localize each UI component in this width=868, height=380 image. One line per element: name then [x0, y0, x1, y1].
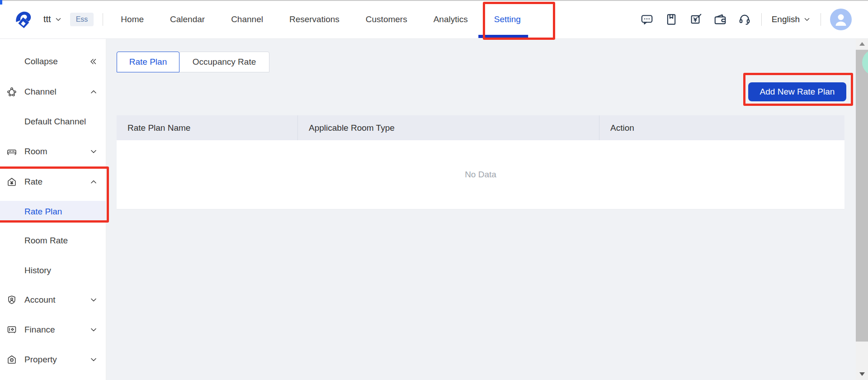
finance-safe-icon [6, 324, 17, 335]
top-navigation-bar: ttt Ess Home Calendar Channel Reservatio… [0, 0, 868, 39]
sidebar-room-rate-label: Room Rate [24, 236, 68, 246]
sidebar-account-label: Account [24, 295, 56, 305]
nav-item-setting[interactable]: Setting [481, 0, 534, 38]
scroll-down-arrow-icon [859, 372, 865, 376]
divider [821, 13, 821, 26]
table-header-row: Rate Plan Name Applicable Room Type Acti… [117, 115, 844, 140]
user-avatar[interactable] [830, 9, 852, 30]
person-icon [830, 9, 852, 30]
chevron-down-icon [55, 16, 62, 23]
rate-house-yen-icon [6, 176, 17, 187]
tab-rate-plan[interactable]: Rate Plan [117, 52, 179, 72]
sidebar-item-rate[interactable]: Rate [0, 172, 106, 192]
sidebar-item-room-rate[interactable]: Room Rate [0, 231, 106, 251]
sidebar-finance-label: Finance [24, 325, 55, 335]
add-new-rate-plan-button[interactable]: Add New Rate Plan [748, 82, 846, 101]
sidebar-default-channel-label: Default Channel [24, 117, 86, 127]
vertical-scrollbar[interactable] [856, 39, 868, 380]
plan-badge: Ess [70, 13, 94, 26]
account-shield-icon [6, 294, 17, 305]
nav-item-reservations[interactable]: Reservations [276, 0, 353, 38]
column-header-rate-plan-name: Rate Plan Name [117, 115, 297, 140]
sidebar-rate-label: Rate [24, 177, 42, 187]
chevron-up-icon [90, 88, 98, 96]
scroll-up-button[interactable] [856, 39, 868, 49]
sidebar-channel-label: Channel [24, 87, 57, 97]
nav-item-calendar[interactable]: Calendar [157, 0, 218, 38]
language-label: English [772, 14, 800, 24]
sidebar-item-account[interactable]: Account [0, 290, 106, 310]
sidebar-item-room[interactable]: Room [0, 142, 106, 162]
tab-occupancy-rate[interactable]: Occupancy Rate [179, 52, 269, 72]
rate-plan-table: Rate Plan Name Applicable Room Type Acti… [117, 115, 844, 209]
sidebar: Collapse Channel Default Channel [0, 39, 106, 380]
nav-item-home[interactable]: Home [108, 0, 157, 38]
table-empty-body: No Data [117, 140, 844, 209]
chevron-down-icon [90, 147, 98, 156]
nav-item-customers[interactable]: Customers [353, 0, 420, 38]
wallet-icon[interactable] [713, 13, 727, 26]
sidebar-item-history[interactable]: History [0, 261, 106, 280]
active-nav-underline [478, 35, 528, 38]
scrollbar-thumb[interactable] [856, 50, 868, 342]
main-nav: Home Calendar Channel Reservations Custo… [108, 0, 534, 38]
sidebar-room-label: Room [24, 147, 47, 157]
message-icon[interactable] [640, 13, 654, 26]
column-header-action: Action [599, 115, 844, 140]
sidebar-item-default-channel[interactable]: Default Channel [0, 112, 106, 132]
chevron-up-icon [90, 178, 98, 186]
property-name: ttt [43, 14, 51, 24]
support-headset-icon[interactable] [738, 13, 751, 26]
divider [761, 13, 762, 26]
sidebar-item-channel[interactable]: Channel [0, 82, 106, 102]
corner-chip [0, 0, 2, 5]
channel-icon [6, 86, 17, 97]
main-content: Rate Plan Occupancy Rate Add New Rate Pl… [106, 39, 868, 380]
bed-icon [6, 146, 17, 157]
tab-rate-plan-label: Rate Plan [129, 57, 167, 67]
chevron-down-icon [90, 296, 98, 304]
nav-item-channel[interactable]: Channel [218, 0, 276, 38]
app-window: ttt Ess Home Calendar Channel Reservatio… [0, 0, 868, 380]
rate-bill-icon[interactable] [689, 13, 703, 26]
property-selector[interactable]: ttt [43, 14, 62, 24]
column-header-applicable-room-type: Applicable Room Type [297, 115, 599, 140]
bookmark-icon[interactable] [665, 13, 678, 26]
sidebar-history-label: History [24, 266, 51, 276]
chevron-down-icon [90, 326, 98, 334]
sidebar-item-finance[interactable]: Finance [0, 320, 106, 340]
collapse-label: Collapse [24, 57, 58, 66]
topbar-right-cluster: English [629, 9, 868, 30]
divider [103, 13, 103, 26]
no-data-text: No Data [465, 170, 496, 180]
scroll-up-arrow-icon [859, 42, 865, 46]
sidebar-item-property[interactable]: Property [0, 350, 106, 370]
sidebar-rate-plan-label: Rate Plan [24, 207, 62, 217]
sidebar-collapse-button[interactable]: Collapse [0, 52, 106, 71]
tab-occupancy-rate-label: Occupancy Rate [193, 57, 256, 67]
scroll-down-button[interactable] [856, 369, 868, 379]
sidebar-property-label: Property [24, 355, 57, 365]
top-edge-line [0, 0, 868, 1]
sidebar-item-rate-plan[interactable]: Rate Plan [0, 201, 106, 223]
nav-setting-label: Setting [494, 14, 521, 24]
chevron-down-icon [90, 356, 98, 364]
language-selector[interactable]: English [772, 14, 811, 24]
collapse-double-chevron-icon [89, 57, 98, 66]
chevron-down-icon [803, 16, 811, 23]
property-house-icon [6, 354, 17, 365]
nav-item-analytics[interactable]: Analytics [420, 0, 481, 38]
app-logo-icon [13, 9, 33, 30]
